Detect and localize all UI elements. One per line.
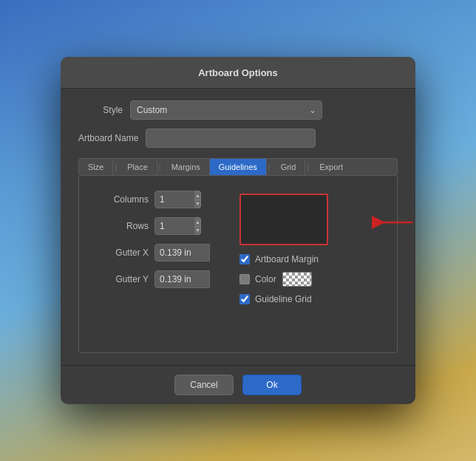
dialog-body: Style Custom Artboard Name Size | Place … [61,89,415,365]
columns-spinner-up[interactable]: ▲ [195,191,200,200]
artboard-margin-checkbox[interactable] [239,254,250,264]
preview-box [239,194,328,245]
style-row: Style Custom [78,100,398,120]
cancel-button[interactable]: Cancel [174,375,234,395]
color-swatch[interactable] [282,272,312,287]
columns-spinner[interactable]: ▲ ▼ [195,191,201,208]
guideline-grid-label[interactable]: Guideline Grid [255,294,312,304]
gutter-x-input[interactable] [154,244,210,262]
separator-2: | [157,163,163,171]
artboard-name-label: Artboard Name [78,133,138,143]
color-row: Color [239,272,379,287]
separator-4: | [305,163,310,171]
tab-margins[interactable]: Margins [163,159,210,175]
tab-grid[interactable]: Grid [272,159,306,175]
columns-input[interactable] [154,191,195,208]
color-checkbox[interactable] [239,274,250,284]
gutter-x-input-wrap [154,244,210,262]
tab-place[interactable]: Place [118,159,157,175]
ok-button[interactable]: Ok [242,375,302,395]
tabs-bar: Size | Place | Margins Guidelines | Grid… [78,158,398,176]
artboard-name-input[interactable] [146,129,316,148]
artboard-margin-row: Artboard Margin [239,254,379,264]
separator-3: | [267,163,272,171]
rows-input-wrap: ▲ ▼ [154,217,201,235]
gutter-x-row: Gutter X [97,244,210,262]
style-label: Style [78,105,123,115]
dialog-title: Artboard Options [198,67,278,78]
tab-size[interactable]: Size [79,159,113,175]
columns-input-wrap: ▲ ▼ [154,191,201,208]
columns-spinner-down[interactable]: ▼ [195,200,200,208]
artboard-options-dialog: Artboard Options Style Custom Artboard N… [61,57,415,404]
gutter-y-row: Gutter Y [97,270,210,288]
rows-label: Rows [97,221,149,231]
right-column: Artboard Margin Color Guideline Grid [239,191,379,312]
dialog-titlebar: Artboard Options [61,57,415,89]
gutter-y-label: Gutter Y [97,274,149,284]
artboard-name-row: Artboard Name [78,129,398,148]
columns-label: Columns [97,194,149,205]
gutter-y-input[interactable] [154,270,210,288]
red-arrow-indicator [372,211,415,233]
rows-row: Rows ▲ ▼ [97,217,210,235]
rows-spinner-up[interactable]: ▲ [195,218,200,227]
guideline-grid-row: Guideline Grid [239,294,379,304]
rows-spinner[interactable]: ▲ ▼ [195,217,201,235]
gutter-x-label: Gutter X [97,247,149,258]
rows-spinner-down[interactable]: ▼ [195,227,200,235]
left-column: Columns ▲ ▼ Rows [97,191,210,312]
guideline-grid-checkbox[interactable] [239,294,250,304]
gutter-y-input-wrap [154,270,210,288]
color-label: Color [255,274,276,284]
style-select[interactable]: Custom [130,100,322,120]
rows-input[interactable] [154,217,195,235]
columns-row: Columns ▲ ▼ [97,191,210,208]
artboard-margin-label[interactable]: Artboard Margin [255,254,319,264]
style-select-wrapper: Custom [130,100,322,120]
content-grid: Columns ▲ ▼ Rows [97,191,379,312]
dialog-footer: Cancel Ok [61,365,415,404]
guidelines-panel: Columns ▲ ▼ Rows [78,176,398,353]
tab-export[interactable]: Export [310,159,352,175]
separator-1: | [113,163,118,171]
tab-guidelines[interactable]: Guidelines [210,159,267,175]
